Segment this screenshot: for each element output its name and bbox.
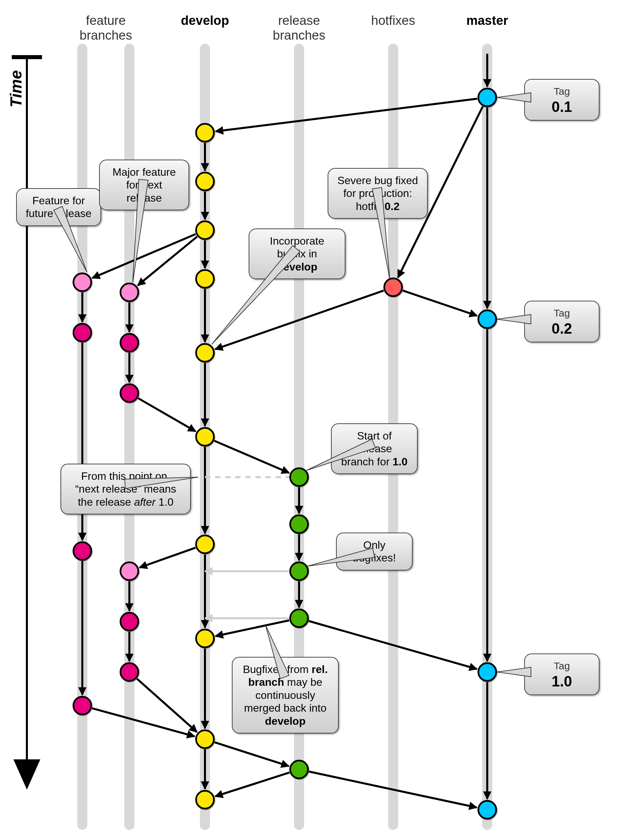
- svg-line-19: [215, 441, 289, 473]
- commit-d7: [195, 534, 215, 554]
- commit-f2: [73, 323, 92, 343]
- callout-co-start: Start of release branch for 1.0: [331, 423, 418, 474]
- commit-g1: [120, 283, 139, 302]
- commit-h1: [383, 278, 403, 297]
- commit-d8: [195, 628, 215, 648]
- commit-r1: [289, 467, 309, 487]
- tag-label: Tag: [528, 86, 595, 97]
- lane-master: [482, 44, 492, 830]
- svg-line-25: [139, 548, 196, 568]
- commit-r3: [289, 562, 309, 581]
- svg-line-37: [215, 742, 289, 766]
- commit-g4: [120, 562, 139, 581]
- callout-co-incorp: Incorporate bugfix in develop: [249, 229, 346, 279]
- commit-m1: [477, 88, 497, 107]
- svg-line-18: [138, 398, 196, 431]
- svg-line-9: [92, 234, 196, 278]
- tag-box-1.0: Tag1.0: [524, 653, 599, 695]
- svg-line-3: [216, 99, 477, 131]
- commit-d9: [195, 729, 215, 749]
- commit-m4: [477, 800, 497, 820]
- callout-co-bugfix: Bugfixes from rel. branch may be continu…: [232, 657, 339, 733]
- lane-label-hotfix: hotfixes: [349, 14, 437, 28]
- commit-g5: [120, 612, 139, 632]
- commit-g3: [120, 383, 139, 403]
- commit-r2: [289, 514, 309, 534]
- commit-m2: [477, 309, 497, 329]
- commit-d6: [195, 427, 215, 446]
- commit-r4: [289, 608, 309, 628]
- tag-box-0.1: Tag0.1: [524, 79, 599, 120]
- tag-value: 0.2: [528, 320, 595, 337]
- lane-label-master: master: [443, 14, 531, 28]
- commit-d10: [195, 790, 215, 809]
- time-axis-label: Time: [7, 70, 25, 108]
- tag-value: 1.0: [528, 673, 595, 690]
- callout-co-only: Only bugfixes!: [336, 533, 412, 571]
- lane-label-develop: develop: [161, 14, 249, 28]
- commit-d4: [195, 269, 215, 289]
- svg-line-34: [92, 708, 195, 737]
- tag-value: 0.1: [528, 99, 595, 115]
- commit-d1: [195, 123, 215, 142]
- callout-co-major: Major feature for next release: [99, 160, 189, 210]
- commit-f4: [73, 696, 92, 715]
- callout-co-future: Feature for future release: [16, 188, 101, 226]
- tag-box-0.2: Tag0.2: [524, 301, 599, 343]
- svg-line-39: [215, 772, 289, 796]
- commit-r5: [289, 760, 309, 779]
- commit-d5: [195, 343, 215, 363]
- lane-label-feature-future: feature branches: [62, 14, 150, 43]
- svg-line-10: [138, 236, 197, 286]
- callout-co-from: From this point on, “next release” means…: [60, 464, 191, 514]
- callout-co-hotfix: Severe bug fixed for production: hotfix …: [327, 168, 428, 219]
- commit-g2: [120, 333, 139, 352]
- svg-line-28: [215, 620, 289, 636]
- commit-g6: [120, 662, 139, 682]
- commit-f1: [73, 272, 92, 292]
- commit-d2: [195, 172, 215, 191]
- svg-line-31: [137, 679, 197, 732]
- commit-f3: [73, 541, 92, 561]
- tag-label: Tag: [528, 660, 595, 672]
- tag-label: Tag: [528, 307, 595, 319]
- commit-d3: [195, 221, 215, 240]
- commit-m3: [477, 662, 497, 682]
- lane-label-release: release branches: [255, 14, 343, 43]
- svg-line-15: [403, 291, 477, 316]
